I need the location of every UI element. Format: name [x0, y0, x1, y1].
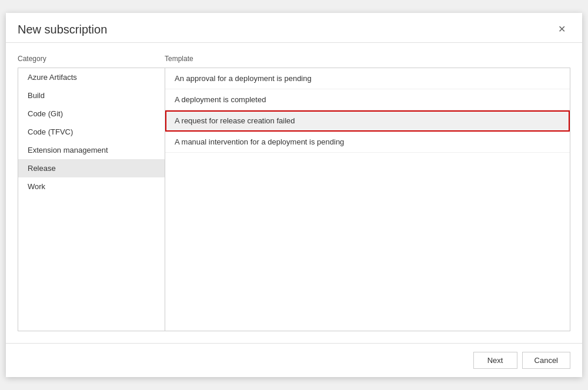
template-item-deployment-completed[interactable]: A deployment is completed — [165, 89, 570, 110]
template-panel: An approval for a deployment is pendingA… — [165, 68, 570, 331]
template-column-header: Template — [165, 55, 570, 63]
category-item-release[interactable]: Release — [18, 159, 165, 177]
category-item-work[interactable]: Work — [18, 177, 165, 196]
category-item-build[interactable]: Build — [18, 86, 165, 105]
cancel-button[interactable]: Cancel — [522, 352, 570, 369]
category-item-code-tfvc[interactable]: Code (TFVC) — [18, 123, 165, 141]
template-item-release-creation-failed[interactable]: A request for release creation failed — [165, 110, 570, 132]
dialog-title: New subscription — [18, 23, 107, 36]
new-subscription-dialog: New subscription ✕ Category Template Azu… — [6, 13, 582, 377]
next-button[interactable]: Next — [473, 352, 517, 369]
category-item-code-git[interactable]: Code (Git) — [18, 105, 165, 123]
template-item-approval-deployment[interactable]: An approval for a deployment is pending — [165, 68, 570, 89]
category-item-azure-artifacts[interactable]: Azure Artifacts — [18, 68, 165, 86]
dialog-footer: Next Cancel — [6, 343, 582, 377]
category-item-extension-management[interactable]: Extension management — [18, 141, 165, 159]
dialog-header: New subscription ✕ — [6, 13, 582, 43]
content-area: Azure ArtifactsBuildCode (Git)Code (TFVC… — [18, 68, 570, 331]
template-item-manual-intervention[interactable]: A manual intervention for a deployment i… — [165, 132, 570, 153]
dialog-body: Category Template Azure ArtifactsBuildCo… — [6, 43, 582, 343]
column-headers: Category Template — [18, 55, 570, 63]
close-button[interactable]: ✕ — [553, 22, 570, 36]
category-column-header: Category — [18, 55, 165, 63]
category-panel: Azure ArtifactsBuildCode (Git)Code (TFVC… — [18, 68, 165, 331]
